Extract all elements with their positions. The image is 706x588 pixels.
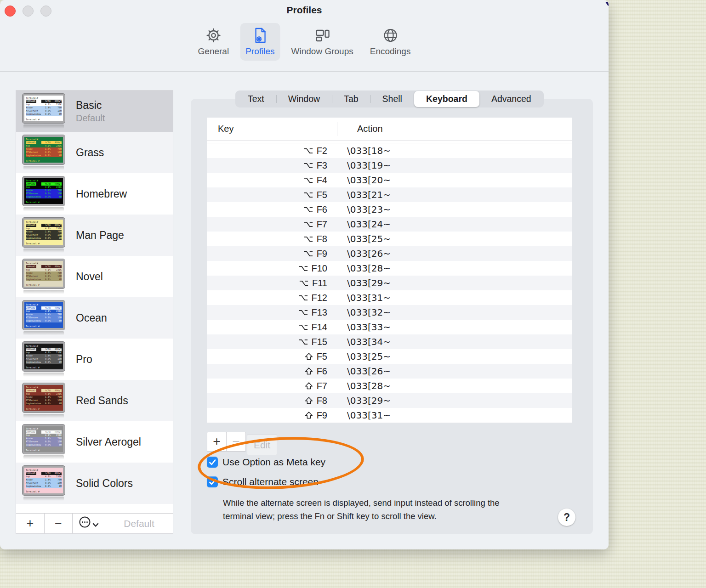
more-options-button[interactable] [73, 514, 105, 533]
shortcut-row[interactable]: F13 \033[32~ [207, 305, 572, 320]
option-key-icon [304, 162, 313, 170]
profile-item-basic[interactable]: Terminal#COMMAND%CPURPRVTtop4.1%231KXcod… [16, 90, 173, 132]
toolbar-item-window-groups[interactable]: Window Groups [286, 23, 359, 61]
shortcut-row[interactable]: F3 \033[19~ [207, 158, 572, 173]
shortcut-row[interactable]: F14 \033[33~ [207, 320, 572, 334]
option-key-icon [304, 191, 313, 199]
profile-name: Solid Colors [76, 477, 133, 490]
gear-icon [205, 27, 222, 44]
shortcut-key: F10 [207, 263, 337, 274]
tab-keyboard[interactable]: Keyboard [414, 91, 479, 107]
tab-tab[interactable]: Tab [332, 91, 370, 107]
shortcut-key: F14 [207, 322, 337, 333]
shortcut-key: F4 [207, 175, 337, 186]
shortcut-row[interactable]: F11 \033[29~ [207, 276, 572, 290]
profile-item-novel[interactable]: Terminal#COMMAND%CPURPRVTtop4.1%231KXcod… [16, 256, 173, 297]
shortcut-action: \033[21~ [337, 189, 391, 200]
shortcut-action: \033[19~ [337, 160, 391, 171]
shortcut-action: \033[24~ [337, 219, 391, 230]
shift-key-icon [305, 352, 313, 361]
shortcut-row[interactable]: F15 \033[34~ [207, 334, 572, 349]
shortcut-action: \033[25~ [337, 351, 391, 362]
toolbar-item-profiles[interactable]: Profiles [240, 23, 280, 61]
profile-item-solid-colors[interactable]: Terminal#COMMAND%CPURPRVTtop4.1%231KXcod… [16, 463, 173, 504]
option-key-icon [304, 220, 313, 228]
toolbar-item-general[interactable]: General [193, 23, 235, 61]
profile-thumbnail: Terminal#COMMAND%CPURPRVTtop4.1%231KXcod… [23, 176, 65, 211]
scroll-alternate-screen-row: Scroll alternate screen [207, 476, 319, 487]
help-button[interactable]: ? [558, 509, 575, 526]
use-option-as-meta-key-label: Use Option as Meta key [222, 457, 325, 468]
profile-thumbnail: Terminal#COMMAND%CPURPRVTtop4.1%231KXcod… [23, 94, 65, 129]
shortcut-row[interactable]: F10 \033[28~ [207, 261, 572, 276]
shortcut-row[interactable]: F7 \033[24~ [207, 217, 572, 232]
shortcut-row[interactable]: F7 \033[28~ [207, 379, 572, 393]
profile-item-homebrew[interactable]: Terminal#COMMAND%CPURPRVTtop4.1%231KXcod… [16, 173, 173, 215]
option-key-icon [299, 294, 308, 302]
edit-key-button[interactable]: Edit [247, 435, 277, 455]
shortcut-row[interactable]: F9 \033[26~ [207, 246, 572, 261]
shift-key-icon [305, 411, 313, 419]
shift-key-icon [305, 396, 313, 405]
use-option-as-meta-key-checkbox[interactable] [207, 457, 218, 468]
add-key-button[interactable]: + [207, 432, 227, 452]
circle-ellipsis-icon [79, 516, 91, 531]
toolbar-label-encodings: Encodings [370, 46, 411, 57]
keyboard-shortcut-table: Key Action F2 \033[18~ F3 \033[19~ F4 \0… [207, 118, 572, 423]
remove-profile-button[interactable]: − [45, 514, 73, 533]
shortcut-row[interactable]: F4 \033[20~ [207, 173, 572, 187]
column-divider[interactable] [337, 122, 337, 136]
column-header-action[interactable]: Action [357, 124, 383, 134]
tab-text[interactable]: Text [236, 91, 276, 107]
chevron-down-icon [92, 516, 99, 531]
set-default-button[interactable]: Default [105, 514, 173, 533]
profile-document-icon [251, 27, 269, 44]
shortcut-row[interactable]: F9 \033[31~ [207, 408, 572, 423]
option-key-icon [304, 235, 313, 243]
profile-item-silver-aerogel[interactable]: Terminal#COMMAND%CPURPRVTtop4.1%231KXcod… [16, 421, 173, 463]
shortcut-action: \033[32~ [337, 307, 391, 318]
option-key-icon [299, 338, 308, 346]
shortcut-action: \033[31~ [337, 292, 391, 303]
profile-name: Red Sands [76, 395, 128, 407]
shortcut-row[interactable]: F2 \033[18~ [207, 143, 572, 158]
shortcut-key: F2 [207, 146, 337, 156]
tab-label: Window [288, 94, 320, 104]
shortcut-key: F13 [207, 307, 337, 318]
profile-item-pro[interactable]: Terminal#COMMAND%CPURPRVTtop4.1%231KXcod… [16, 339, 173, 380]
titlebar: Profiles General [0, 0, 609, 72]
shortcut-row[interactable]: F6 \033[26~ [207, 364, 572, 379]
shortcut-row[interactable]: F6 \033[23~ [207, 202, 572, 217]
toolbar-label-profiles: Profiles [245, 46, 274, 57]
shortcut-row[interactable]: F5 \033[25~ [207, 349, 572, 364]
shortcut-row[interactable]: F8 \033[29~ [207, 393, 572, 408]
shortcut-row[interactable]: F5 \033[21~ [207, 187, 572, 202]
option-key-icon [304, 206, 313, 214]
column-header-key[interactable]: Key [218, 124, 233, 134]
shortcut-key: F8 [207, 234, 337, 244]
profile-list: Terminal#COMMAND%CPURPRVTtop4.1%231KXcod… [16, 90, 173, 534]
shortcut-row[interactable]: F8 \033[25~ [207, 232, 572, 246]
profile-thumbnail: Terminal#COMMAND%CPURPRVTtop4.1%231KXcod… [23, 135, 65, 170]
profile-default-badge: Default [76, 113, 105, 124]
profile-list-footer: + − Default [16, 513, 173, 533]
toolbar-item-encodings[interactable]: Encodings [364, 23, 416, 61]
shortcut-action: \033[18~ [337, 145, 391, 156]
toolbar-label-window-groups: Window Groups [291, 46, 353, 57]
tab-advanced[interactable]: Advanced [479, 91, 543, 107]
scroll-alternate-screen-checkbox[interactable] [207, 476, 218, 487]
tab-window[interactable]: Window [276, 91, 332, 107]
profile-item-red-sands[interactable]: Terminal#COMMAND%CPURPRVTtop4.1%231KXcod… [16, 380, 173, 421]
window-groups-icon [313, 27, 331, 44]
shortcut-key: F9 [207, 249, 337, 259]
profile-item-man-page[interactable]: Terminal#COMMAND%CPURPRVTtop4.1%231KXcod… [16, 215, 173, 256]
shortcut-row[interactable]: F12 \033[31~ [207, 290, 572, 305]
add-profile-button[interactable]: + [16, 514, 45, 533]
window-title: Profiles [0, 5, 609, 16]
tab-shell[interactable]: Shell [370, 91, 414, 107]
shift-key-icon [305, 382, 313, 390]
profile-name: Ocean [76, 312, 107, 324]
profile-item-grass[interactable]: Terminal#COMMAND%CPURPRVTtop4.1%231KXcod… [16, 132, 173, 173]
remove-key-button[interactable]: − [226, 432, 246, 452]
profile-item-ocean[interactable]: Terminal#COMMAND%CPURPRVTtop4.1%231KXcod… [16, 297, 173, 339]
